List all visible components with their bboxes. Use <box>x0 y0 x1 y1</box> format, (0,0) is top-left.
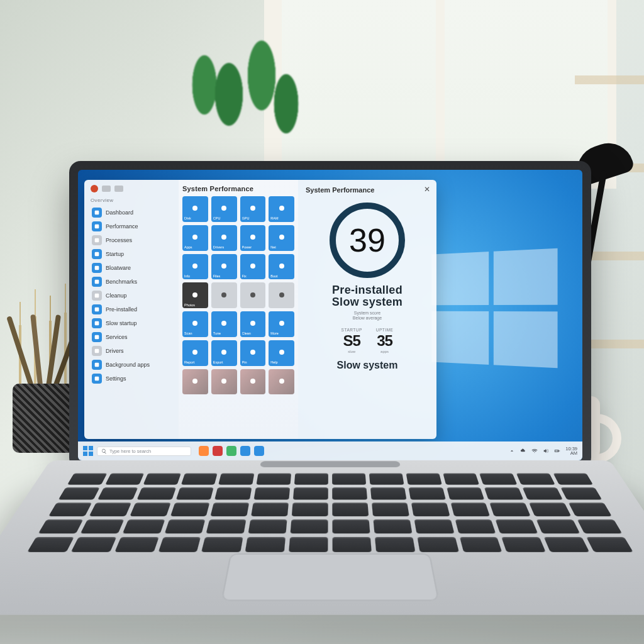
sidebar-item[interactable]: Performance <box>91 219 174 233</box>
tile-label: Info <box>184 275 206 279</box>
wifi-icon[interactable] <box>531 448 538 454</box>
svg-rect-7 <box>95 308 99 312</box>
sidebar-item[interactable]: Dashboard <box>91 206 174 219</box>
app-icon <box>92 291 102 301</box>
svg-point-37 <box>192 379 197 384</box>
background-plant <box>164 0 327 170</box>
taskbar-app-1[interactable] <box>199 446 209 456</box>
sidebar-header <box>91 185 174 192</box>
expand-icon[interactable] <box>102 186 111 192</box>
tile[interactable]: Apps <box>182 225 208 251</box>
tile[interactable]: Fix <box>240 254 266 280</box>
sidebar-item[interactable]: Slow startup <box>91 316 174 330</box>
score-ring: 39 <box>330 203 405 278</box>
sidebar-item-label: Startup <box>106 251 124 257</box>
tile[interactable]: Export <box>211 340 237 366</box>
panel-footer: Slow system <box>337 360 398 371</box>
svg-point-14 <box>221 206 226 211</box>
sidebar-item-label: Processes <box>106 237 132 243</box>
svg-point-21 <box>192 264 197 269</box>
tile[interactable] <box>182 369 208 395</box>
tile[interactable]: Info <box>182 254 208 280</box>
sidebar-item[interactable]: Services <box>91 330 174 344</box>
sidebar-item[interactable]: Bloatware <box>91 261 174 275</box>
svg-point-36 <box>279 350 284 355</box>
svg-rect-9 <box>95 335 99 340</box>
tile[interactable]: Disk <box>182 196 208 222</box>
svg-rect-3 <box>95 252 99 257</box>
tile-label: GPU <box>242 217 264 221</box>
tile[interactable]: Photos <box>182 282 208 308</box>
tile[interactable]: Tune <box>211 311 237 337</box>
svg-point-35 <box>250 350 255 355</box>
tile[interactable]: Help <box>269 340 294 366</box>
tile[interactable]: GPU <box>240 196 266 222</box>
sidebar-item[interactable]: Drivers <box>91 344 174 358</box>
sidebar-item[interactable]: Pre-installed <box>91 303 174 316</box>
sidebar-item-label: Benchmarks <box>106 279 137 285</box>
tile[interactable] <box>211 369 237 395</box>
volume-icon[interactable] <box>543 448 549 454</box>
tile[interactable] <box>269 369 294 395</box>
tile[interactable]: Scan <box>182 311 208 337</box>
sidebar-item-label: Bloatware <box>106 265 131 271</box>
sidebar-item[interactable]: Background apps <box>91 358 174 372</box>
tile[interactable]: More <box>269 311 294 337</box>
tile[interactable] <box>240 369 266 395</box>
svg-point-39 <box>250 379 255 384</box>
app-icon <box>92 277 102 287</box>
tile[interactable]: Files <box>211 254 237 280</box>
taskbar-app-5[interactable] <box>254 446 264 456</box>
laptop-screen: Overview DashboardPerformanceProcessesSt… <box>78 170 582 460</box>
tile[interactable] <box>211 282 237 308</box>
taskbar-clock[interactable]: 10:39 AM <box>565 447 577 456</box>
more-icon[interactable] <box>114 186 123 192</box>
stat-caption: slow <box>348 350 355 353</box>
tile[interactable]: Boot <box>269 254 294 280</box>
tile[interactable]: Report <box>182 340 208 366</box>
tile-label: Clean <box>242 332 264 336</box>
sidebar: Overview DashboardPerformanceProcessesSt… <box>84 180 179 439</box>
tile-label: CPU <box>213 217 235 221</box>
stat-uptime: UPTIME 35 apps <box>376 328 394 353</box>
app-icon <box>92 208 102 218</box>
svg-point-29 <box>192 321 197 326</box>
taskbar-app-2[interactable] <box>213 446 223 456</box>
tile[interactable] <box>240 282 266 308</box>
sidebar-item[interactable]: Settings <box>91 372 174 386</box>
battery-icon[interactable] <box>554 448 560 454</box>
sidebar-section-label: Overview <box>91 197 174 203</box>
svg-point-15 <box>250 206 255 211</box>
stats-row: STARTUP S5 slow UPTIME 35 apps <box>341 328 394 353</box>
tile[interactable]: Power <box>240 225 266 251</box>
tile[interactable]: CPU <box>211 196 237 222</box>
chevron-up-icon[interactable] <box>509 448 515 454</box>
sidebar-item[interactable]: Cleanup <box>91 289 174 303</box>
tile[interactable] <box>269 282 294 308</box>
tile[interactable]: Pin <box>240 340 266 366</box>
tile[interactable]: RAM <box>269 196 294 222</box>
tile-label: Pin <box>242 361 264 365</box>
app-icon <box>92 374 102 384</box>
sidebar-item-label: Drivers <box>106 348 124 354</box>
taskbar-app-4[interactable] <box>240 446 250 456</box>
tile[interactable]: Net <box>269 225 294 251</box>
tile-label: Boot <box>270 275 292 279</box>
panel-subtitle: System score Below average <box>353 311 382 321</box>
start-button[interactable] <box>83 446 93 456</box>
sidebar-item-label: Settings <box>106 375 126 382</box>
tile[interactable]: Drivers <box>211 225 237 251</box>
taskbar-search[interactable]: Type here to search <box>97 447 191 456</box>
tile-label: Fix <box>242 275 264 279</box>
svg-point-31 <box>250 321 255 326</box>
close-icon[interactable]: ✕ <box>423 185 431 194</box>
sidebar-item[interactable]: Benchmarks <box>91 275 174 289</box>
taskbar-app-3[interactable] <box>226 446 236 456</box>
sidebar-item[interactable]: Startup <box>91 247 174 261</box>
svg-point-13 <box>192 206 197 211</box>
sidebar-item[interactable]: Processes <box>91 233 174 247</box>
app-icon <box>92 360 102 370</box>
tile[interactable]: Clean <box>240 311 266 337</box>
onedrive-icon[interactable] <box>520 448 526 454</box>
power-icon[interactable] <box>91 185 98 192</box>
